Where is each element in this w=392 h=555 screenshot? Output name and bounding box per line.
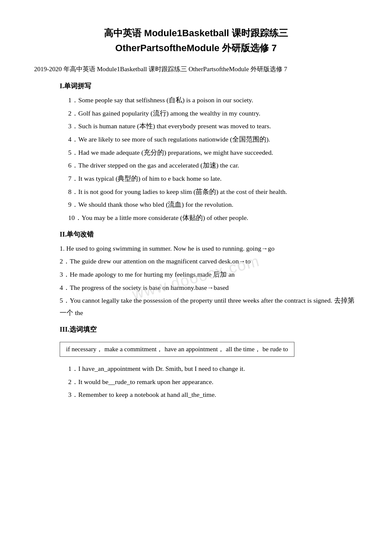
list-item: 4．We are likely to see more of such regu… [34, 133, 358, 146]
list-item: 1. He used to going swimming in summer. … [34, 243, 358, 255]
list-item: 4．The progress of the society is base on… [34, 282, 358, 294]
list-item: 3．Such is human nature (本性) that everybo… [34, 120, 358, 133]
section1-title: I.单词拼写 [34, 82, 358, 91]
list-item: 7．It was typical (典型的) of him to e back … [34, 173, 358, 185]
list-item: 2．The guide drew our attention on the ma… [34, 255, 358, 268]
section2-title: II.单句改错 [34, 230, 358, 239]
list-item: 9．We should thank those who bled (流血) fo… [34, 199, 358, 211]
list-item: 10．You may be a little more considerate … [34, 212, 358, 224]
list-item: 3．Remember to keep a notebook at hand al… [34, 389, 358, 401]
list-item: 1．I have_an_appointment with Dr. Smith, … [34, 363, 358, 375]
title-line2: OtherPartsoftheModule 外研版选修 7 [34, 40, 358, 55]
word-options-box: if necessary， make a commitment， have an… [60, 342, 294, 357]
list-item: 2．Golf has gained popularity (流行) among … [34, 107, 358, 120]
list-item: 6．The driver stepped on the gas and acce… [34, 159, 358, 172]
section3-title: III.选词填空 [34, 325, 358, 334]
list-item: 3．He made apology to me for hurting my f… [34, 269, 358, 281]
list-item: 2．It would be__rude_to remark upon her a… [34, 376, 358, 388]
list-item: 5．Had we made adequate (充分的) preparation… [34, 147, 358, 159]
page-main-title: 高中英语 Module1Basketball 课时跟踪练三 OtherParts… [34, 26, 358, 55]
title-line1: 高中英语 Module1Basketball 课时跟踪练三 [34, 26, 358, 40]
subtitle-block: 2019-2020 年高中英语 Module1Basketball 课时跟踪练三… [34, 64, 358, 75]
subtitle-text: 2019-2020 年高中英语 Module1Basketball 课时跟踪练三… [34, 66, 287, 72]
list-item: 5．You cannot legally take the possession… [34, 295, 358, 319]
list-item: 8．It is not good for young ladies to kee… [34, 186, 358, 198]
list-item: 1．Some people say that selfishness (自私) … [34, 94, 358, 107]
